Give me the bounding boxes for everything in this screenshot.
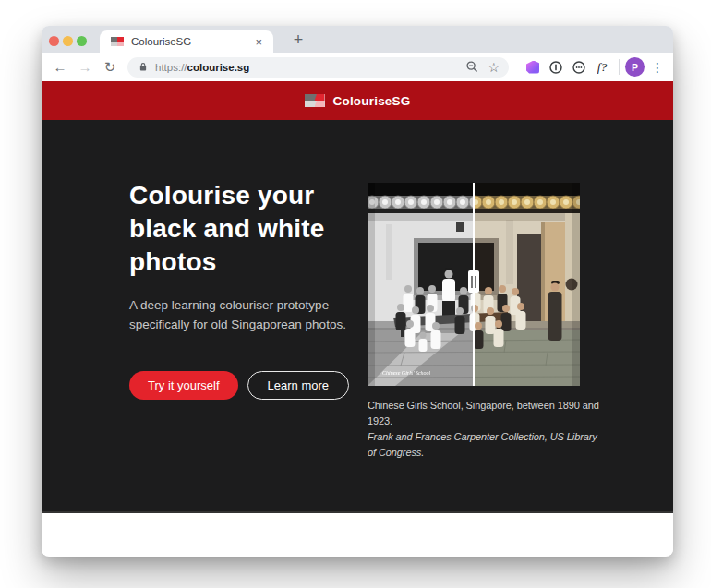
url-scheme: https:// bbox=[155, 62, 187, 73]
tab-strip: ColouriseSG × + bbox=[42, 26, 673, 53]
forward-icon[interactable]: → bbox=[74, 56, 96, 78]
hero-subtitle: A deep learning colouriser prototype spe… bbox=[129, 295, 360, 334]
traffic-close-button[interactable] bbox=[49, 36, 59, 46]
toolbar-separator bbox=[619, 59, 620, 75]
traffic-minimize-button[interactable] bbox=[63, 36, 73, 46]
extensions-area: f? P ⋮ bbox=[520, 57, 664, 78]
traffic-zoom-button[interactable] bbox=[77, 36, 87, 46]
url-text: https://colourise.sg bbox=[155, 62, 457, 73]
photo-credit: Frank and Frances Carpenter Collection, … bbox=[368, 429, 600, 445]
browser-window: ColouriseSG × + ← → ↻ https://colourise.… bbox=[42, 26, 673, 557]
zoom-out-icon[interactable] bbox=[465, 60, 479, 74]
photo-caption: Chinese Girls School, Singapore, between… bbox=[368, 398, 600, 461]
lock-icon[interactable] bbox=[138, 61, 149, 73]
page-title: Colourise your black and white photos bbox=[129, 179, 360, 279]
brand-flag-icon bbox=[305, 94, 325, 107]
reload-icon[interactable]: ↻ bbox=[99, 56, 121, 78]
brand-home-link[interactable]: ColouriseSG bbox=[305, 94, 411, 108]
back-icon[interactable]: ← bbox=[49, 56, 71, 78]
new-tab-button[interactable]: + bbox=[287, 29, 309, 51]
site-favicon-icon bbox=[111, 37, 124, 46]
menu-kebab-icon[interactable]: ⋮ bbox=[651, 60, 664, 75]
cta-row: Try it yourself Learn more bbox=[129, 371, 360, 400]
browser-toolbar: ← → ↻ https://colourise.sg ☆ bbox=[42, 53, 673, 81]
tab-close-icon[interactable]: × bbox=[253, 35, 264, 49]
address-bar[interactable]: https://colourise.sg ☆ bbox=[127, 57, 509, 78]
profile-avatar[interactable]: P bbox=[625, 57, 645, 77]
brand-name: ColouriseSG bbox=[333, 94, 411, 108]
extension-ribbon-icon[interactable] bbox=[523, 57, 543, 78]
extension-circled-bar-icon[interactable] bbox=[546, 57, 566, 78]
bookmark-star-icon[interactable]: ☆ bbox=[488, 60, 500, 75]
hero-text-block: Colourise your black and white photos A … bbox=[129, 179, 360, 400]
extension-f-question-icon[interactable]: f? bbox=[592, 57, 612, 78]
browser-tab[interactable]: ColouriseSG × bbox=[100, 30, 273, 53]
extension-circled-dots-icon[interactable] bbox=[569, 57, 589, 78]
page-footer-area bbox=[42, 513, 673, 555]
try-it-yourself-button[interactable]: Try it yourself bbox=[129, 371, 238, 400]
comparison-slider-handle[interactable] bbox=[468, 270, 479, 293]
screenshot-canvas: ColouriseSG × + ← → ↻ https://colourise.… bbox=[0, 0, 711, 588]
learn-more-button[interactable]: Learn more bbox=[247, 371, 349, 400]
url-domain: colourise.sg bbox=[187, 62, 250, 73]
hero-section: Colourise your black and white photos A … bbox=[42, 120, 673, 513]
comparison-figure: Chinese Girls School, Singapore, between… bbox=[368, 183, 600, 461]
tab-title: ColouriseSG bbox=[131, 36, 253, 47]
site-header: ColouriseSG bbox=[42, 81, 673, 120]
comparison-photo bbox=[368, 183, 580, 386]
